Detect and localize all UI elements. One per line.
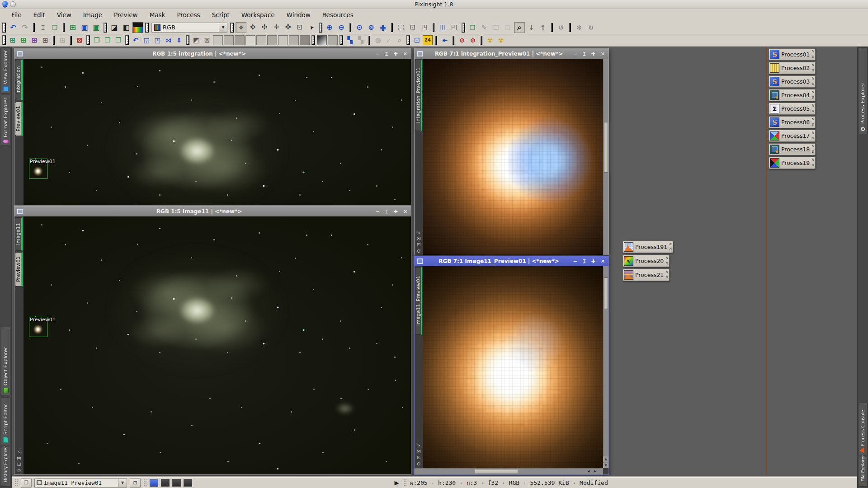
close-button[interactable]: ✕ xyxy=(403,209,407,215)
process-item[interactable]: Process20 ND xyxy=(623,255,670,267)
add-image-icon[interactable]: ❐ xyxy=(491,22,501,33)
minimize-button[interactable]: − xyxy=(376,51,380,57)
stf-shade-swatch[interactable] xyxy=(256,35,266,45)
stf-disable-icon[interactable]: ▚ xyxy=(356,35,366,45)
workspace-swatch[interactable] xyxy=(150,479,158,487)
menu-item[interactable]: Process xyxy=(171,10,206,20)
sync-tool-icon[interactable]: ⋈ xyxy=(416,236,421,241)
readout-alert-icon[interactable]: ☢ xyxy=(485,35,495,45)
readout-preview-icon[interactable]: ⊡ xyxy=(412,35,422,45)
scroll-down-arrow[interactable]: ▼ xyxy=(603,463,609,468)
view-tab-preview[interactable]: integration_Preview01 xyxy=(415,60,422,131)
zoom-integer-icon[interactable]: ⊚ xyxy=(366,22,377,33)
set-identifier-icon[interactable]: ⌶ xyxy=(38,22,48,33)
undo-icon[interactable]: ↶ xyxy=(8,22,19,33)
stf-shade-swatch[interactable] xyxy=(213,35,223,45)
readout-disable-icon[interactable]: ⊘ xyxy=(457,35,467,45)
screen-lut-icon[interactable]: ◧ xyxy=(121,22,132,33)
view-list-button[interactable]: ❐ xyxy=(21,479,32,488)
process-item[interactable]: Process06 ND xyxy=(769,116,816,128)
duplicate-view-button[interactable]: ⊡ xyxy=(130,479,141,488)
close-button[interactable]: ✕ xyxy=(601,258,605,264)
menu-item[interactable]: File xyxy=(5,10,28,20)
new-preview-mode-icon[interactable]: ⬚ xyxy=(396,22,406,33)
resize-tool-icon[interactable]: ↘ xyxy=(417,443,420,447)
zoom-button[interactable]: ✚ xyxy=(394,51,398,57)
workspace-swatch[interactable] xyxy=(184,479,192,487)
preview-window-image11[interactable]: RGB 7:1 Image11_Preview01 | <*new*> − ⌶ … xyxy=(414,256,609,475)
process-list-icon[interactable]: ⊞ xyxy=(40,35,50,45)
process-item[interactable]: Process19 ND xyxy=(769,157,816,169)
expand-arrows-icon[interactable]: ✥ xyxy=(247,22,258,33)
minimize-button[interactable]: − xyxy=(376,209,380,215)
center-tool-icon[interactable]: ⊙ xyxy=(417,249,420,253)
image-window-image11[interactable]: RGB 1:5 Image11 | <*new*> − ⌶ ✚ ✕ Image1… xyxy=(14,206,411,475)
image-window-titlebar[interactable]: RGB 7:1 Image11_Preview01 | <*new*> − ⌶ … xyxy=(415,256,609,266)
invert-display-icon[interactable]: ◪ xyxy=(109,22,120,33)
preview-rect[interactable]: Preview01 xyxy=(29,159,47,179)
window-menu-icon[interactable] xyxy=(17,209,23,214)
menu-item[interactable]: Workspace xyxy=(236,10,281,20)
image-window-titlebar[interactable]: RGB 7:1 integration_Preview01 | <*new*> … xyxy=(415,49,609,59)
duplicate-tool-icon[interactable]: ⊡ xyxy=(417,243,420,247)
preview-window-integration[interactable]: RGB 7:1 integration_Preview01 | <*new*> … xyxy=(414,48,609,255)
zoom-button[interactable]: ✚ xyxy=(394,209,398,215)
menu-item[interactable]: Window xyxy=(281,10,316,20)
image-canvas[interactable] xyxy=(423,59,603,255)
stf-reset-icon[interactable]: ⊠ xyxy=(202,35,212,45)
rotate-90ccw-icon[interactable]: ◳ xyxy=(152,35,162,45)
process-item[interactable]: Process17 ND xyxy=(769,130,816,142)
zoom-button[interactable]: ✚ xyxy=(591,258,595,264)
window-menu-icon[interactable] xyxy=(17,51,23,56)
menu-item[interactable]: Edit xyxy=(28,10,51,20)
export-image-icon[interactable]: ↑ xyxy=(538,22,548,33)
track-view-icon[interactable]: ⌖ xyxy=(236,22,246,33)
window-menu-icon[interactable] xyxy=(417,258,423,264)
close-button[interactable]: ✕ xyxy=(403,51,407,57)
zoom-out-icon[interactable]: ⊖ xyxy=(336,22,347,33)
minimize-button[interactable]: − xyxy=(573,258,577,264)
split-view-icon[interactable]: ◫ xyxy=(437,22,448,33)
scrollbar-thumb[interactable] xyxy=(604,122,608,173)
edit-image-icon[interactable]: ✎ xyxy=(479,22,490,33)
scroll-up-arrow[interactable]: ▲ xyxy=(603,456,609,462)
stf-shade-swatch[interactable] xyxy=(278,35,288,45)
stf-find-icon[interactable]: ⌕ xyxy=(395,35,405,45)
save-workspace-icon[interactable]: ❒ xyxy=(103,35,113,45)
workspace-swatch[interactable] xyxy=(172,479,181,487)
readout-send-icon[interactable]: ⇤ xyxy=(440,35,450,45)
menu-item[interactable]: Image xyxy=(77,10,108,20)
workspace-list-icon[interactable]: ❒ xyxy=(113,35,123,45)
process-item[interactable]: Process01 ND xyxy=(769,48,816,61)
horizontal-scrollbar[interactable]: ◀ ▶ xyxy=(415,468,603,474)
scrollbar-thumb[interactable] xyxy=(475,469,518,474)
bracket-select-icon[interactable]: ◰ xyxy=(449,22,460,33)
stf-edit-icon[interactable]: ◩ xyxy=(191,35,201,45)
resize-tool-icon[interactable]: ↘ xyxy=(417,230,420,235)
sidebar-tab-process-explorer[interactable]: Process Explorer ⚙ xyxy=(858,47,868,134)
stf-shade-swatch[interactable] xyxy=(235,35,245,45)
center-tool-icon[interactable]: ⊙ xyxy=(417,462,420,466)
shade-button[interactable]: ⌶ xyxy=(385,51,388,57)
menu-item[interactable]: View xyxy=(51,10,77,20)
play-button[interactable]: ▶ xyxy=(392,479,401,486)
flip-vertical-icon[interactable]: ⇕ xyxy=(174,35,184,45)
stf-shade-swatch[interactable] xyxy=(267,35,277,45)
sidebar-tab-process-console[interactable]: Process Console xyxy=(858,403,868,456)
view-tab-main[interactable]: integration xyxy=(15,60,23,100)
sidebar-tab-history-explorer[interactable]: History Explorer xyxy=(1,447,10,487)
close-button[interactable]: ✕ xyxy=(601,51,605,57)
rotate-180-icon[interactable]: ↶ xyxy=(131,35,141,45)
sidebar-tab-file-explorer[interactable]: File Explorer xyxy=(858,457,868,487)
image-window-integration[interactable]: RGB 1:5 integration | <*new*> − ⌶ ✚ ✕ in… xyxy=(14,48,411,206)
stf-shade-swatch[interactable] xyxy=(300,35,310,45)
image-settings-icon[interactable]: ✻ xyxy=(574,22,585,33)
reload-image-icon[interactable]: ↻ xyxy=(585,22,596,33)
open-image-icon[interactable]: ❐ xyxy=(467,22,478,33)
contract-arrows-icon[interactable]: ✣ xyxy=(259,22,270,33)
menu-item[interactable]: Mask xyxy=(144,10,171,20)
stf-shadow-icon[interactable]: ◍ xyxy=(373,35,383,45)
view-tab-preview[interactable]: Preview01 xyxy=(15,102,23,136)
stf-shade-swatch[interactable] xyxy=(224,35,234,45)
gamma-gradient-swatch[interactable] xyxy=(317,35,327,45)
